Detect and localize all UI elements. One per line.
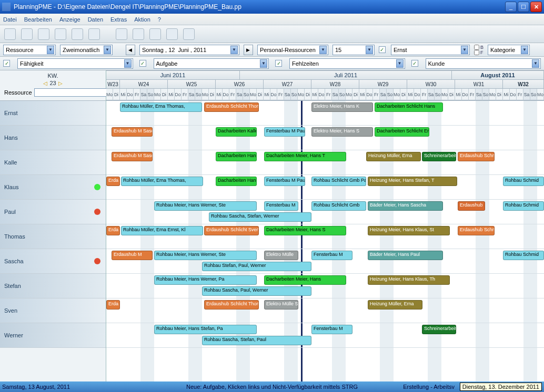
resource-row[interactable]: Sascha: [0, 249, 106, 274]
minimize-button[interactable]: _: [505, 2, 517, 12]
toolbar-icon[interactable]: [21, 28, 33, 40]
task-bar[interactable]: Rohbau Schmid: [503, 251, 544, 260]
ressource-combo[interactable]: Ressource▼: [3, 45, 56, 55]
grid-row[interactable]: Rohbau Meier, Hans Werner, SteRohbau Sas…: [106, 200, 544, 224]
grid-row[interactable]: Rohbau Meier, Hans Stefan, PaRohbau Sasc…: [106, 323, 544, 348]
toolbar-icon[interactable]: [116, 28, 127, 40]
task-bar[interactable]: Heizung Meier, Hans Stefan, T: [368, 177, 457, 186]
task-bar[interactable]: Bäder Meier, Hans Sascha: [368, 201, 443, 211]
kunde-combo[interactable]: Kunde▼: [426, 58, 541, 69]
grid-row[interactable]: Rohbau Meier, Hans Werner, PaRohbau Sasc…: [106, 274, 544, 298]
period-combo[interactable]: Zweimonatlich▼: [60, 45, 113, 55]
task-bar[interactable]: Dacharbeiten Kalle, Klaus: [216, 127, 257, 137]
grid-row[interactable]: Erda Müll SvenRohbau Müller, Erna Thomas…: [106, 175, 544, 200]
task-bar[interactable]: Rohbau Müller, Erna Thomas,: [121, 177, 203, 186]
toolbar-icon[interactable]: [38, 28, 49, 40]
kategorie-combo[interactable]: Kategorie▼: [488, 45, 530, 55]
task-bar[interactable]: Rohbau Meier, Hans Werner, Ste: [154, 201, 257, 211]
toolbar-icon[interactable]: [166, 28, 178, 40]
task-bar[interactable]: Schreinerarbeit: [422, 325, 456, 334]
task-bar[interactable]: Dacharbeiten Meier, Hans S: [264, 226, 346, 235]
menu-item[interactable]: Bearbeiten: [24, 16, 52, 23]
kw-next-icon[interactable]: ▷: [58, 80, 63, 86]
task-bar[interactable]: Fensterbau M: [311, 251, 352, 260]
task-bar[interactable]: Dacharbeiten Hans, Kalle: [216, 177, 257, 186]
toolbar-icon[interactable]: [149, 28, 161, 40]
task-bar[interactable]: Erdaushub Schlicht Thomas, Ernst: [204, 300, 259, 310]
toolbar-icon[interactable]: [133, 28, 144, 40]
resource-row[interactable]: Sven: [0, 298, 106, 323]
group-combo[interactable]: Personal-Ressourcen▼: [257, 45, 328, 55]
filter-checkbox[interactable]: ✓: [139, 60, 146, 67]
toolbar-icon[interactable]: [183, 28, 195, 40]
task-bar[interactable]: Erda Müll: [106, 300, 120, 310]
fehlzeiten-combo[interactable]: Fehlzeiten▼: [289, 58, 405, 69]
task-bar[interactable]: Rohbau Schmid: [503, 177, 544, 186]
task-bar[interactable]: Rohbau Meier, Hans Werner, Ste: [154, 251, 257, 260]
grid-row[interactable]: Rohbau Müller, Erna Thomas,Erdaushub Sch…: [106, 101, 544, 126]
filter-checkbox[interactable]: ✓: [275, 60, 282, 67]
maximize-button[interactable]: ☐: [518, 2, 529, 12]
task-bar[interactable]: Schreinerarbeit Müller, Erna M: [422, 152, 456, 161]
task-bar[interactable]: Dacharbeiten Meier, Hans T: [264, 152, 346, 161]
menu-item[interactable]: Aktion: [134, 16, 150, 23]
task-bar[interactable]: Fensterbau M: [311, 325, 352, 334]
task-bar[interactable]: Rohbau Meier, Hans Stefan, Pa: [154, 325, 257, 334]
task-bar[interactable]: Rohbau Müller, Erna Ernst, Kl: [121, 226, 203, 235]
grid-row[interactable]: Erdaushub M Sascha, HansDacharbeiten Han…: [106, 150, 544, 175]
grid-row[interactable]: Erda Müll KalleRohbau Müller, Erna Ernst…: [106, 224, 544, 249]
toolbar-icon[interactable]: [55, 28, 66, 40]
task-bar[interactable]: Rohbau Sascha, Stefan, Werner: [209, 212, 311, 222]
task-bar[interactable]: Fensterbau M: [264, 201, 298, 211]
grid-row[interactable]: Erdaushub M Sascha, KalleDacharbeiten Ka…: [106, 126, 544, 150]
task-bar[interactable]: Rohbau Schlicht Gmb Paul: [311, 177, 366, 186]
toolbar-icon[interactable]: [72, 28, 83, 40]
date-next-button[interactable]: ▶: [244, 45, 253, 55]
resource-row[interactable]: Paul: [0, 200, 106, 224]
task-bar[interactable]: Rohbau Müller, Erna Thomas,: [120, 102, 202, 112]
menu-item[interactable]: Anzeige: [59, 16, 80, 23]
task-bar[interactable]: Dacharbeiten Hans, Klaus: [216, 152, 257, 161]
menu-item[interactable]: Daten: [88, 16, 103, 23]
grid-row[interactable]: Erdaushub MRohbau Meier, Hans Werner, St…: [106, 249, 544, 274]
resource-row[interactable]: Thomas: [0, 224, 106, 249]
f-checkbox[interactable]: [474, 50, 479, 55]
task-bar[interactable]: Dacharbeiten Meier, Hans: [264, 275, 346, 285]
task-bar[interactable]: Dacharbeiten Schlicht Hans: [375, 102, 443, 112]
task-bar[interactable]: Erdaushub Schlicht Sven, Ernst: [204, 226, 259, 235]
close-button[interactable]: ✕: [530, 2, 542, 12]
date-prev-button[interactable]: ◀: [126, 45, 135, 55]
resource-row[interactable]: Klaus: [0, 175, 106, 200]
task-bar[interactable]: Bäder Meier, Hans Paul: [368, 251, 443, 260]
resource-row[interactable]: Hans: [0, 126, 106, 150]
task-bar[interactable]: Erdaushub: [458, 201, 485, 211]
task-bar[interactable]: Elektro Meier, Hans K: [311, 102, 373, 112]
resource-row[interactable]: Kalle: [0, 150, 106, 175]
filter-checkbox[interactable]: ✓: [3, 60, 10, 67]
task-bar[interactable]: Erdaushub Schmidt, B Thomas, P: [458, 152, 495, 161]
count-combo[interactable]: 15▼: [333, 45, 375, 55]
task-bar[interactable]: Erdaushub M: [112, 251, 153, 260]
task-bar[interactable]: Rohbau Sascha, Paul, Werner: [202, 286, 311, 296]
task-bar[interactable]: Rohbau Schmid: [503, 201, 544, 211]
filter-checkbox[interactable]: ✓: [411, 60, 418, 67]
task-bar[interactable]: Erdaushub M Sascha, Kalle: [112, 127, 153, 137]
task-bar[interactable]: Erdaushub M Sascha, Hans: [112, 152, 153, 161]
task-bar[interactable]: Erda Müll Sven: [106, 177, 120, 186]
task-bar[interactable]: Rohbau Meier, Hans Werner, Pa: [154, 275, 257, 285]
kw-prev-icon[interactable]: ◁: [43, 80, 47, 86]
toolbar-icon[interactable]: [88, 28, 100, 40]
grid-row[interactable]: Erda MüllErdaushub Schlicht Thomas, Erns…: [106, 298, 544, 323]
task-bar[interactable]: Erdaushub Schmidt, B Kalle, P: [458, 226, 495, 235]
date-combo[interactable]: Sonntag , 12 Juni , 2011 ▼: [139, 45, 239, 55]
aufgabe-combo[interactable]: Aufgabe▼: [154, 58, 269, 69]
task-bar[interactable]: Heizung Meier, Hans Klaus, St: [368, 226, 450, 235]
faehigkeit-combo[interactable]: Fähigkeit▼: [17, 58, 133, 69]
task-bar[interactable]: Erdaushub Schlicht Thomas, Sven: [204, 102, 259, 112]
task-bar[interactable]: Rohbau Stefan, Paul, Werner: [202, 262, 311, 271]
task-bar[interactable]: Rohbau Sascha, Stefan, Paul: [202, 336, 311, 345]
menu-item[interactable]: ?: [158, 16, 161, 23]
task-bar[interactable]: Fensterbau M Paul, Klaus: [264, 127, 305, 137]
grid-body[interactable]: Rohbau Müller, Erna Thomas,Erdaushub Sch…: [106, 101, 544, 381]
task-bar[interactable]: Rohbau Schlicht Gmb: [311, 201, 366, 211]
